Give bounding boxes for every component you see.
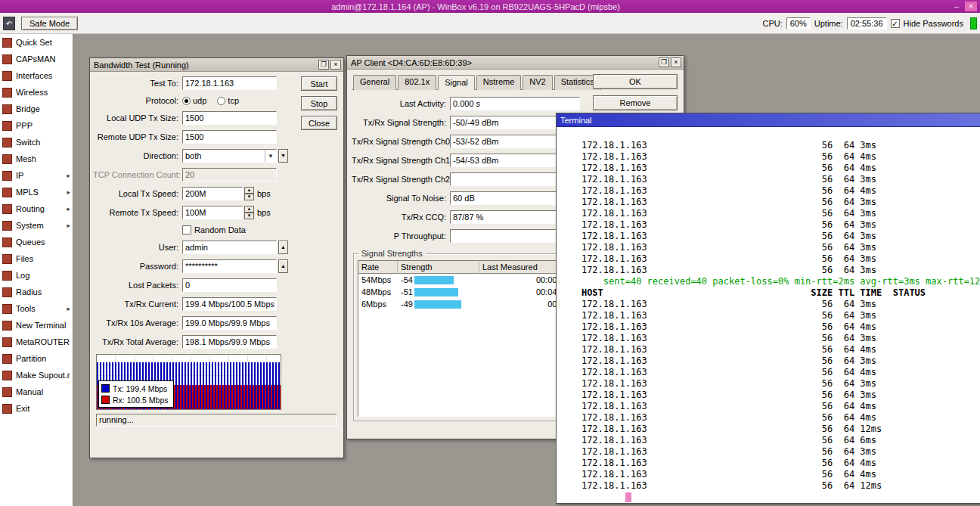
sidebar-item[interactable]: New Terminal	[0, 317, 73, 334]
menu-icon	[2, 371, 12, 380]
stop-button[interactable]: Stop	[301, 96, 337, 110]
close-icon[interactable]: ×	[671, 57, 681, 67]
remote-udp-label: Remote UDP Tx Size:	[93, 132, 182, 141]
remote-udp-input[interactable]: 1500	[182, 130, 277, 144]
lost-packets-row: Lost Packets: 0	[93, 278, 340, 292]
close-icon[interactable]: ×	[330, 60, 341, 70]
sidebar-item[interactable]: Queues	[0, 234, 73, 250]
sidebar-item[interactable]: Routing ▸	[0, 200, 73, 217]
restore-icon[interactable]: ❐	[659, 57, 669, 67]
menu-icon	[2, 38, 12, 48]
submenu-arrow-icon: ▸	[67, 222, 70, 229]
menu-icon	[2, 204, 12, 214]
strength-value: -54	[401, 275, 413, 284]
sidebar-item[interactable]: System ▸	[0, 217, 73, 234]
test-to-label: Test To:	[93, 79, 182, 88]
sidebar-item[interactable]: Wireless	[0, 84, 73, 101]
remove-button[interactable]: Remove	[593, 95, 678, 110]
total-avg-value: 198.1 Mbps/99.9 Mbps	[182, 335, 277, 349]
sidebar-item[interactable]: Log	[0, 267, 73, 284]
strength-header[interactable]: Strength	[398, 261, 479, 274]
user-row: User: admin ▲	[93, 241, 340, 254]
field-label: Tx/Rx Signal Strength Ch2:	[352, 175, 450, 184]
direction-expand-icon[interactable]: ▼	[278, 149, 288, 163]
close-button[interactable]: Close	[301, 116, 337, 130]
tab[interactable]: General	[353, 75, 396, 90]
terminal-titlebar[interactable]: Terminal	[557, 113, 980, 127]
hide-passwords-checkbox[interactable]: ✓	[891, 19, 900, 28]
direction-select[interactable]: both ▼	[182, 149, 277, 163]
menu-icon	[2, 304, 12, 314]
tab[interactable]: 802.1x	[398, 75, 436, 90]
local-udp-input[interactable]: 1500	[182, 111, 277, 125]
rate-header[interactable]: Rate	[358, 261, 398, 274]
field-value[interactable]: 0.000 s	[450, 97, 580, 110]
sidebar-item[interactable]: Make Supout.rif	[0, 367, 73, 383]
table-row[interactable]: 48Mbps -51 00:04:48.32	[358, 286, 585, 298]
up-icon[interactable]: ▲	[244, 206, 254, 213]
user-input[interactable]: admin	[182, 241, 277, 254]
minimize-icon[interactable]: –	[951, 2, 963, 11]
sidebar-item[interactable]: Bridge	[0, 101, 73, 117]
sidebar-item[interactable]: Tools ▸	[0, 300, 73, 317]
connection-indicator	[970, 17, 977, 29]
safe-mode-button[interactable]: Safe Mode	[21, 17, 78, 30]
sidebar-item[interactable]: PPP	[0, 117, 73, 134]
sidebar-item[interactable]: Quick Set	[0, 34, 73, 51]
menu-icon	[2, 171, 12, 181]
field-label: Tx/Rx Signal Strength:	[352, 118, 450, 127]
local-speed-unit: bps	[257, 189, 271, 198]
sidebar-item[interactable]: Switch	[0, 134, 73, 151]
tab[interactable]: Nstreme	[476, 75, 522, 90]
sidebar-item[interactable]: Exit	[0, 400, 73, 417]
start-button[interactable]: Start	[301, 76, 337, 91]
rx-swatch	[101, 396, 110, 404]
lost-packets-label: Lost Packets:	[93, 281, 182, 290]
terminal-line-text: 172.18.1.163 56 64 4ms	[581, 151, 876, 162]
close-icon[interactable]: ×	[965, 2, 977, 11]
strength-bar	[414, 276, 454, 284]
sidebar-item[interactable]: MetaROUTER	[0, 334, 73, 350]
terminal-line-text: 172.18.1.163 56 64 4ms	[581, 469, 876, 480]
random-data-checkbox[interactable]	[182, 225, 191, 234]
password-expand-icon[interactable]: ▲	[278, 259, 288, 273]
user-expand-icon[interactable]: ▲	[278, 241, 288, 254]
tx-swatch	[101, 384, 110, 393]
local-speed-stepper[interactable]: ▲ ▼	[244, 187, 254, 200]
down-icon[interactable]: ▼	[244, 213, 254, 219]
down-icon[interactable]: ▼	[244, 194, 254, 200]
tab[interactable]: Signal	[438, 75, 475, 90]
test-to-input[interactable]: 172.18.1.163	[182, 76, 277, 90]
remote-speed-label: Remote Tx Speed:	[93, 208, 182, 217]
sidebar-item[interactable]: MPLS ▸	[0, 184, 73, 200]
tab[interactable]: NV2	[523, 75, 552, 90]
remote-speed-stepper[interactable]: ▲ ▼	[244, 206, 254, 219]
local-speed-input[interactable]: 200M	[182, 187, 243, 200]
sidebar-item[interactable]: Radius	[0, 284, 73, 300]
terminal-window: Terminal 172.18.1.163 56 64 3ms 172.18.1…	[556, 113, 980, 504]
sidebar-item[interactable]: Interfaces	[0, 67, 73, 84]
chevron-down-icon[interactable]: ▼	[265, 150, 274, 162]
sidebar-item[interactable]: Files	[0, 250, 73, 267]
sidebar-item[interactable]: IP ▸	[0, 167, 73, 184]
sidebar-item[interactable]: CAPsMAN	[0, 51, 73, 67]
password-input[interactable]: **********	[182, 259, 277, 273]
udp-radio[interactable]	[182, 97, 191, 105]
sidebar-item[interactable]: Mesh	[0, 151, 73, 167]
table-row[interactable]: 54Mbps -54 00:00:03.13	[358, 274, 585, 286]
restore-icon[interactable]: ❐	[318, 60, 329, 70]
remote-speed-input[interactable]: 100M	[182, 206, 243, 219]
app-titlebar[interactable]: admin@172.18.1.164 (AP) - WinBox v6.19 o…	[0, 0, 980, 13]
random-data-row: Random Data	[93, 225, 340, 235]
bandwidth-test-titlebar[interactable]: Bandwidth Test (Running) ❐ ×	[90, 58, 343, 72]
tcp-radio[interactable]	[217, 97, 225, 105]
sidebar-item[interactable]: Partition	[0, 350, 73, 367]
up-icon[interactable]: ▲	[244, 187, 254, 194]
ok-button[interactable]: OK	[593, 74, 678, 89]
table-row[interactable]: 6Mbps -49 00:00:00	[358, 298, 585, 310]
menu-icon	[2, 254, 12, 264]
undo-icon[interactable]: ↶	[3, 17, 15, 30]
sidebar-item[interactable]: Manual	[0, 383, 73, 400]
terminal-body[interactable]: 172.18.1.163 56 64 3ms 172.18.1.163 56 6…	[557, 127, 980, 503]
ap-client-titlebar[interactable]: AP Client <D4:CA:6D:E8:6D:39> ❐ ×	[347, 56, 684, 70]
